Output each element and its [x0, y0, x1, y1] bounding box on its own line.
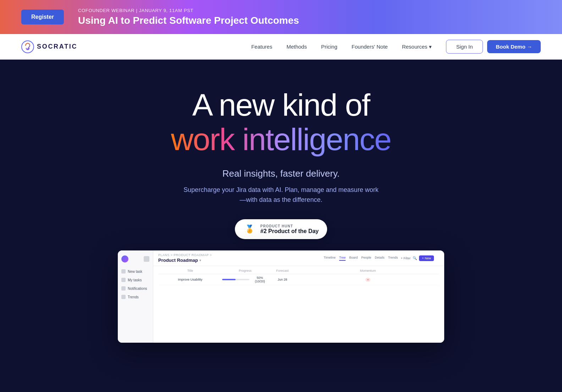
hero-heading: A new kind of work intelligence: [171, 88, 391, 157]
hero-section: A new kind of work intelligence Real ins…: [0, 60, 562, 357]
col-forecast-header: Forecast: [268, 269, 297, 272]
progress-fill: [222, 279, 236, 280]
demo-main-title: Product Roadmap ▾: [158, 258, 212, 263]
demo-main-content: PLANS > PRODUCT ROADMAP > Product Roadma…: [153, 250, 444, 343]
demo-sidebar-trends[interactable]: Trends: [118, 293, 153, 301]
svg-point-0: [22, 41, 34, 53]
demo-actions: + Filter 🔍 + New ⚙: [401, 255, 439, 261]
demo-table: Title Progress Forecast Momentum Improve…: [153, 266, 444, 343]
nav-methods[interactable]: Methods: [286, 44, 307, 50]
demo-table-header: Title Progress Forecast Momentum: [158, 269, 439, 274]
nav-features[interactable]: Features: [251, 44, 272, 50]
book-demo-button[interactable]: Book Demo →: [487, 40, 541, 53]
row-title: Improve Usability: [158, 278, 222, 281]
demo-breadcrumb: PLANS > PRODUCT ROADMAP >: [158, 253, 212, 257]
ph-medal-icon: 🏅: [243, 223, 256, 236]
notifications-icon: [121, 286, 126, 291]
momentum-tag: ×: [365, 278, 371, 282]
demo-sidebar-avatar: [121, 255, 128, 263]
demo-sidebar-notifications-label: Notifications: [128, 287, 147, 291]
hero-description: Supercharge your Jira data with AI. Plan…: [182, 185, 380, 205]
new-task-icon: [121, 269, 126, 274]
tab-board[interactable]: Board: [349, 256, 358, 261]
demo-sidebar-my-tasks-label: My tasks: [128, 278, 142, 282]
col-momentum-header: Momentum: [297, 269, 439, 272]
nav-pricing[interactable]: Pricing: [321, 44, 337, 50]
ph-label: PRODUCT HUNT: [260, 224, 319, 228]
tab-timeline[interactable]: Timeline: [324, 256, 336, 261]
socratic-logo-icon: [21, 40, 34, 53]
row-momentum: ×: [297, 278, 439, 281]
hero-heading-gradient: work intelligence: [171, 122, 391, 157]
demo-sidebar: New task My tasks Notifications Trends: [118, 250, 153, 343]
demo-main-header: PLANS > PRODUCT ROADMAP > Product Roadma…: [153, 250, 444, 266]
hero-subtitle: Real insights, faster delivery.: [222, 168, 340, 179]
product-hunt-badge: 🏅 PRODUCT HUNT #2 Product of the Day: [235, 219, 327, 239]
sign-in-button[interactable]: Sign In: [446, 40, 483, 54]
progress-bar: [222, 279, 249, 280]
nav-resources[interactable]: Resources ▾: [402, 44, 432, 50]
demo-sidebar-new-task-label: New task: [128, 270, 142, 274]
promo-banner: Register COFOUNDER WEBINAR | JANUARY 9, …: [0, 0, 562, 34]
demo-tabs: Timeline Tree Board People Details Trend…: [324, 256, 398, 261]
main-nav: SOCRATIC Features Methods Pricing Founde…: [0, 34, 562, 60]
nav-links: Features Methods Pricing Founders' Note …: [251, 44, 432, 50]
demo-sidebar-notifications[interactable]: Notifications: [118, 285, 153, 292]
tab-tree[interactable]: Tree: [339, 256, 346, 261]
row-progress: 50% (10/20): [222, 276, 268, 283]
demo-title-text: Product Roadmap: [158, 258, 198, 263]
nav-founders-note[interactable]: Founders' Note: [352, 44, 388, 50]
demo-header-right: Timeline Tree Board People Details Trend…: [324, 255, 439, 261]
col-title-header: Title: [158, 269, 222, 272]
col-progress-header: Progress: [222, 269, 268, 272]
my-tasks-icon: [121, 278, 126, 282]
demo-screenshot: New task My tasks Notifications Trends: [118, 250, 444, 343]
logo-link[interactable]: SOCRATIC: [21, 40, 77, 53]
demo-title-chevron: ▾: [199, 259, 201, 262]
demo-filter-label[interactable]: + Filter: [401, 256, 411, 260]
demo-sidebar-expand-icon: [144, 256, 149, 262]
banner-text-block: COFOUNDER WEBINAR | JANUARY 9, 11AM PST …: [78, 8, 299, 27]
demo-sidebar-new-task[interactable]: New task: [118, 267, 153, 275]
demo-sidebar-trends-label: Trends: [128, 295, 139, 299]
progress-label: 50% (10/20): [252, 276, 268, 283]
ph-product: #2 Product of the Day: [260, 228, 319, 234]
banner-eyebrow: COFOUNDER WEBINAR | JANUARY 9, 11AM PST: [78, 8, 299, 13]
ph-text-block: PRODUCT HUNT #2 Product of the Day: [260, 224, 319, 234]
demo-new-button[interactable]: + New: [419, 255, 434, 261]
demo-sidebar-my-tasks[interactable]: My tasks: [118, 276, 153, 284]
demo-search-icon[interactable]: 🔍: [413, 256, 417, 260]
banner-title: Using AI to Predict Software Project Out…: [78, 15, 299, 27]
tab-people[interactable]: People: [361, 256, 371, 261]
tab-details[interactable]: Details: [375, 256, 385, 261]
nav-actions: Sign In Book Demo →: [446, 40, 541, 54]
row-forecast: Jun 28: [268, 278, 297, 281]
demo-header-left: PLANS > PRODUCT ROADMAP > Product Roadma…: [158, 253, 212, 263]
register-button[interactable]: Register: [21, 10, 64, 24]
demo-sidebar-header: [118, 253, 153, 265]
trends-icon: [121, 295, 126, 299]
demo-settings-icon[interactable]: ⚙: [436, 256, 439, 260]
hero-heading-line1: A new kind of: [171, 88, 391, 122]
tab-trends[interactable]: Trends: [388, 256, 398, 261]
logo-text: SOCRATIC: [37, 43, 77, 50]
table-row: Improve Usability 50% (10/20) Jun 28 ×: [158, 274, 439, 285]
